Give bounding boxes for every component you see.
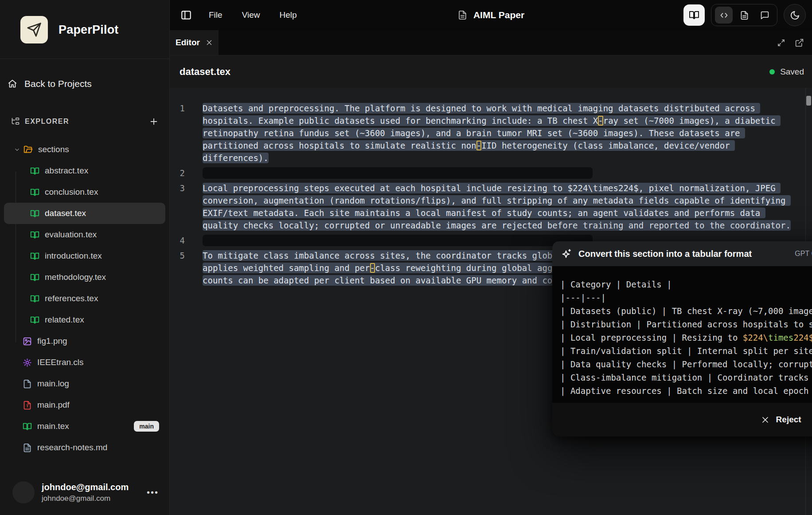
brand-name: PaperPilot xyxy=(59,23,119,37)
file-label: evaluation.tex xyxy=(45,230,97,240)
open-external-icon[interactable] xyxy=(795,38,804,47)
main-file-badge: main xyxy=(134,421,159,432)
sidebar-item-main-pdf[interactable]: Tmain.pdf xyxy=(4,394,165,416)
explorer-title: EXPLORER xyxy=(25,118,149,126)
x-icon xyxy=(761,416,769,424)
user-name: johndoe@gmail.com xyxy=(42,482,129,492)
sidebar-item-fig1-png[interactable]: fig1.png xyxy=(4,330,165,352)
svg-text:T: T xyxy=(26,404,29,408)
file-label: main.tex xyxy=(37,421,69,431)
sidebar-item-research-notes-md[interactable]: research-notes.md xyxy=(4,437,165,458)
topbar-actions xyxy=(683,4,806,26)
home-icon xyxy=(8,79,17,89)
ai-suggestion-popup: Convert this section into a tabular form… xyxy=(552,241,812,436)
editor-header: dataset.tex Saved xyxy=(170,55,812,88)
sidebar-item-related-tex[interactable]: related.tex xyxy=(4,309,165,330)
menu-file[interactable]: File xyxy=(209,10,223,20)
sidebar-item-references-tex[interactable]: references.tex xyxy=(4,288,165,309)
sidebar-item-abstract-tex[interactable]: abstract.tex xyxy=(4,160,165,181)
file-label: references.tex xyxy=(45,294,98,303)
back-to-projects-label: Back to Projects xyxy=(24,79,92,89)
close-tab-icon[interactable] xyxy=(206,39,213,46)
sidebar-item-ieeetran-cls[interactable]: IEEEtran.cls xyxy=(4,352,165,373)
file-icon xyxy=(23,379,32,389)
empty-line-selection xyxy=(203,235,593,246)
document-title: AIML Paper xyxy=(473,10,524,20)
sidebar-item-introduction-tex[interactable]: introduction.tex xyxy=(4,245,165,267)
chevron-down-icon[interactable] xyxy=(14,146,20,153)
tab-editor[interactable]: Editor xyxy=(170,30,219,55)
user-info: johndoe@gmail.com johndoe@gmail.com xyxy=(42,482,129,503)
theme-toggle-button[interactable] xyxy=(784,4,806,26)
back-to-projects-button[interactable]: Back to Projects xyxy=(0,59,169,89)
table-row: | Category | Details | xyxy=(560,278,812,291)
sidebar-item-dataset-tex[interactable]: dataset.tex xyxy=(4,203,165,224)
file-label: main.pdf xyxy=(37,400,70,410)
code-view-button[interactable] xyxy=(715,7,733,24)
code-editor[interactable]: 1Datasets and preprocessing. The platfor… xyxy=(170,88,812,515)
table-row: | Datasets (public) | TB chest X-ray (~7… xyxy=(560,304,812,318)
chat-icon xyxy=(760,11,769,20)
remote-cursor: - xyxy=(476,141,481,150)
document-view-button[interactable] xyxy=(735,7,753,24)
file-text-icon xyxy=(23,443,32,452)
reject-button[interactable]: Reject xyxy=(761,413,801,426)
document-title-group: AIML Paper xyxy=(457,10,524,20)
code-line: 2 xyxy=(170,167,812,179)
comments-button[interactable] xyxy=(756,7,773,24)
file-label: abstract.tex xyxy=(45,166,88,176)
file-label: conclusion.tex xyxy=(45,187,98,197)
sidebar: PaperPilot Back to Projects EXPLORER sec… xyxy=(0,0,170,515)
menu-view[interactable]: View xyxy=(242,10,260,20)
avatar[interactable] xyxy=(12,481,35,503)
table-row: | Data quality checks | Performed locall… xyxy=(560,358,812,371)
sidebar-item-sections[interactable]: sections xyxy=(4,139,165,160)
reader-mode-button[interactable] xyxy=(683,4,705,26)
file-label: introduction.tex xyxy=(45,251,102,261)
file-pdf-icon: T xyxy=(23,401,32,410)
model-selector[interactable]: GPT OSS 120B xyxy=(795,248,812,260)
book-open-icon xyxy=(30,273,39,282)
table-row: | Local preprocessing | Resizing to $224… xyxy=(560,331,812,344)
file-icon xyxy=(740,11,749,20)
popup-header: Convert this section into a tabular form… xyxy=(552,241,812,266)
file-label: sections xyxy=(38,145,69,154)
user-menu-button[interactable]: ••• xyxy=(147,487,159,498)
expand-icon[interactable] xyxy=(777,38,786,47)
book-open-icon xyxy=(30,294,39,303)
book-open-icon xyxy=(30,166,39,176)
brand: PaperPilot xyxy=(0,0,169,59)
explorer-header: EXPLORER xyxy=(0,89,169,131)
tab-bar: Editor xyxy=(170,30,812,55)
saved-label: Saved xyxy=(780,67,804,77)
add-file-button[interactable] xyxy=(149,117,159,126)
reject-label: Reject xyxy=(776,413,801,426)
moon-icon xyxy=(790,10,800,20)
file-label: related.tex xyxy=(45,315,84,325)
saved-dot xyxy=(769,69,775,75)
main-area: FileViewHelp AIML Paper Editor xyxy=(170,0,812,515)
sidebar-item-conclusion-tex[interactable]: conclusion.tex xyxy=(4,181,165,203)
gear-icon xyxy=(23,358,32,367)
sidebar-item-methodology-tex[interactable]: methodology.tex xyxy=(4,267,165,288)
folder-open-icon xyxy=(23,145,33,154)
file-label: IEEEtran.cls xyxy=(37,358,84,367)
menu-help[interactable]: Help xyxy=(279,10,297,20)
table-row: | Class-imbalance mitigation | Coordinat… xyxy=(560,371,812,384)
sidebar-item-evaluation-tex[interactable]: evaluation.tex xyxy=(4,224,165,245)
file-tree: sectionsabstract.texconclusion.texdatase… xyxy=(0,131,169,472)
table-row: | Adaptive resources | Batch size and lo… xyxy=(560,384,812,397)
file-label: fig1.png xyxy=(37,336,67,346)
sidebar-item-main-tex[interactable]: main.texmain xyxy=(4,416,165,437)
scrollbar-thumb[interactable] xyxy=(806,96,811,106)
book-icon xyxy=(689,10,699,20)
view-switcher xyxy=(711,4,777,26)
paperpilot-logo xyxy=(20,16,48,43)
folder-tree-icon xyxy=(11,117,20,126)
image-icon xyxy=(23,337,32,346)
user-section: johndoe@gmail.com johndoe@gmail.com ••• xyxy=(0,472,169,515)
table-row: | Train/validation split | Internal spli… xyxy=(560,344,812,358)
sidebar-item-main-log[interactable]: main.log xyxy=(4,373,165,394)
sidebar-toggle-icon[interactable] xyxy=(180,9,192,21)
indent-guide xyxy=(16,172,16,342)
